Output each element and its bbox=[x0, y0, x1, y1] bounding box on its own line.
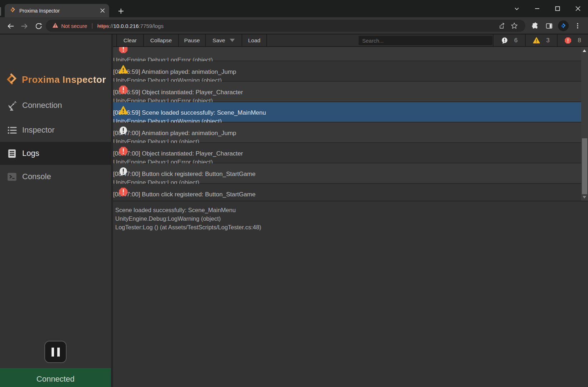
sidebar-item-label: Logs bbox=[22, 149, 39, 158]
address-bar[interactable]: Not secure | https://10.0.0.216:7759/log… bbox=[46, 20, 525, 32]
error-icon bbox=[118, 47, 128, 54]
app-logo: Proxima Inspector bbox=[5, 72, 106, 87]
forward-button[interactable] bbox=[19, 21, 30, 32]
error-filter-badge[interactable]: 8 bbox=[557, 34, 588, 46]
detail-message: Scene loaded successfully: Scene_MainMen… bbox=[115, 206, 583, 214]
browser-titlebar: Proxima Inspector bbox=[0, 0, 588, 17]
proxima-extension-icon[interactable] bbox=[558, 20, 569, 31]
url-path: :7759/logs bbox=[139, 23, 164, 29]
error-icon bbox=[118, 85, 128, 95]
not-secure-warning-icon bbox=[52, 23, 58, 29]
log-row-message bbox=[113, 47, 588, 56]
log-row-message: [08:46:59] Scene loaded successfully: Sc… bbox=[113, 109, 588, 117]
sidebar-item-connection[interactable]: Connection bbox=[0, 96, 111, 115]
browser-window: Proxima Inspector bbox=[0, 0, 588, 387]
log-row[interactable]: [08:47:00] Button click registered: Butt… bbox=[113, 184, 588, 201]
log-row-message: [08:47:00] Object instantiated: Player_C… bbox=[113, 149, 588, 158]
log-row[interactable]: [08:47:00] Button click registered: Butt… bbox=[113, 163, 588, 184]
log-search-input[interactable] bbox=[359, 36, 492, 45]
detail-stack-line: LogTester:Log () (at Assets/TestScripts/… bbox=[115, 223, 583, 231]
error-icon bbox=[118, 187, 128, 197]
clear-button[interactable]: Clear bbox=[116, 34, 143, 46]
info-icon bbox=[501, 37, 508, 44]
close-window-button[interactable] bbox=[568, 0, 588, 17]
save-dropdown-caret-icon[interactable] bbox=[230, 39, 235, 42]
terminal-icon bbox=[6, 171, 18, 183]
info-icon bbox=[118, 126, 128, 135]
sidebar-item-label: Connection bbox=[22, 101, 62, 110]
url-host: 10.0.0.216 bbox=[113, 23, 139, 29]
list-icon bbox=[6, 124, 18, 136]
tabstrip-edge-notch bbox=[0, 7, 1, 16]
tab-search-chevron-icon[interactable] bbox=[506, 0, 527, 17]
log-row[interactable]: [08:46:59] Animation played: animation_J… bbox=[113, 61, 588, 82]
tab-title: Proxima Inspector bbox=[19, 8, 99, 14]
new-tab-button[interactable] bbox=[117, 7, 125, 15]
info-icon bbox=[118, 167, 128, 176]
url-scheme: https bbox=[97, 23, 109, 29]
pause-icon bbox=[57, 348, 60, 357]
logs-toolbar: Clear Collapse Pause Save Load bbox=[113, 34, 588, 47]
connection-status-banner: Connected bbox=[0, 368, 111, 387]
warning-icon bbox=[118, 64, 128, 74]
scroll-up-arrow-icon[interactable] bbox=[583, 49, 586, 52]
logs-panel: Clear Collapse Pause Save Load bbox=[113, 34, 588, 387]
warning-count: 3 bbox=[546, 37, 549, 44]
share-icon[interactable] bbox=[496, 20, 508, 31]
side-panel-icon[interactable] bbox=[544, 20, 554, 31]
tab-close-icon[interactable] bbox=[99, 8, 106, 14]
satellite-dish-icon bbox=[6, 99, 18, 111]
pause-stream-button[interactable] bbox=[44, 341, 67, 363]
favicon-proxima-icon bbox=[10, 7, 16, 14]
warning-filter-badge[interactable]: 3 bbox=[525, 34, 557, 46]
browser-navbar: Not secure | https://10.0.0.216:7759/log… bbox=[0, 17, 588, 34]
sidebar-item-inspector[interactable]: Inspector bbox=[0, 121, 111, 139]
log-row[interactable]: [08:47:00] Animation played: animation_J… bbox=[113, 123, 588, 143]
bookmark-star-icon[interactable] bbox=[508, 20, 520, 31]
log-row[interactable]: [08:46:59] Object instantiated: Player_C… bbox=[113, 82, 588, 102]
load-button[interactable]: Load bbox=[242, 34, 267, 46]
error-icon bbox=[118, 146, 128, 156]
warning-icon bbox=[533, 37, 540, 44]
extensions-puzzle-icon[interactable] bbox=[529, 20, 540, 31]
info-count: 6 bbox=[514, 37, 517, 44]
back-button[interactable] bbox=[5, 21, 16, 32]
info-filter-badge[interactable]: 6 bbox=[493, 34, 525, 46]
sidebar-item-console[interactable]: Console bbox=[0, 167, 111, 186]
minimize-button[interactable] bbox=[527, 0, 547, 17]
not-secure-label: Not secure bbox=[61, 23, 87, 29]
detail-stack-line: UnityEngine.Debug:LogWarning (object) bbox=[115, 214, 583, 223]
reload-button[interactable] bbox=[33, 21, 44, 32]
scrollbar-thumb[interactable] bbox=[582, 138, 587, 194]
log-row[interactable]: UnityEngine.Debug:LogError (object) bbox=[113, 47, 588, 61]
log-row-message: [08:47:00] Button click registered: Butt… bbox=[113, 170, 588, 178]
log-detail-pane: Scene loaded successfully: Scene_MainMen… bbox=[113, 201, 588, 387]
scroll-down-arrow-icon[interactable] bbox=[583, 196, 586, 199]
sidebar-item-label: Inspector bbox=[22, 125, 55, 135]
log-row-message: [08:47:00] Animation played: animation_J… bbox=[113, 129, 588, 138]
log-row[interactable]: [08:46:59] Scene loaded successfully: Sc… bbox=[113, 102, 588, 123]
log-list-scrollbar[interactable] bbox=[581, 47, 588, 201]
pause-icon bbox=[52, 348, 54, 357]
log-row-message: [08:46:59] Animation played: animation_J… bbox=[113, 68, 588, 76]
collapse-button[interactable]: Collapse bbox=[143, 34, 178, 46]
page-content: Proxima Inspector Connection bbox=[0, 34, 588, 387]
warning-icon bbox=[118, 105, 128, 115]
save-button[interactable]: Save bbox=[205, 34, 242, 46]
browser-menu-kebab-icon[interactable] bbox=[572, 20, 583, 31]
error-count: 8 bbox=[578, 37, 581, 44]
pause-button[interactable]: Pause bbox=[178, 34, 205, 46]
error-icon bbox=[564, 37, 572, 44]
log-row[interactable]: [08:47:00] Object instantiated: Player_C… bbox=[113, 143, 588, 163]
omnibox-divider: | bbox=[92, 23, 93, 29]
maximize-button[interactable] bbox=[547, 0, 568, 17]
log-row-message: [08:46:59] Object instantiated: Player_C… bbox=[113, 88, 588, 97]
browser-tab[interactable]: Proxima Inspector bbox=[5, 4, 109, 17]
log-row-message: [08:47:00] Button click registered: Butt… bbox=[113, 190, 588, 199]
proxima-logo-icon bbox=[5, 72, 18, 87]
log-list: UnityEngine.Debug:LogError (object) [08:… bbox=[113, 47, 588, 201]
app-logo-text: Proxima Inspector bbox=[22, 74, 106, 85]
logs-document-icon bbox=[6, 147, 18, 159]
sidebar: Proxima Inspector Connection bbox=[0, 34, 111, 387]
sidebar-item-logs[interactable]: Logs bbox=[0, 142, 111, 165]
